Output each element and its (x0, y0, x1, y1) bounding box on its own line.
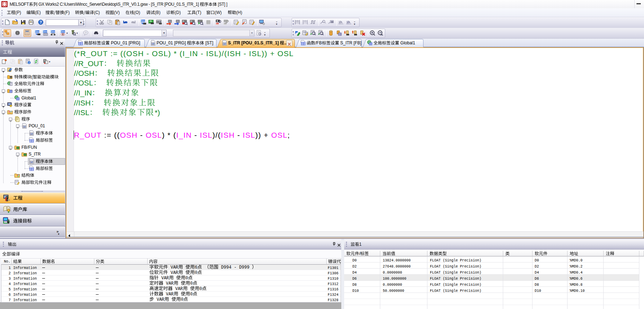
svg-text:Dev: Dev (141, 20, 145, 22)
svg-text:Dev: Dev (223, 23, 227, 25)
svg-text:st: st (223, 43, 225, 45)
svg-text:?: ? (40, 20, 42, 24)
svg-text:st: st (152, 43, 154, 45)
svg-text:st: st (30, 161, 32, 163)
svg-text:Dev: Dev (43, 30, 47, 33)
svg-text:HEX: HEX (157, 21, 161, 23)
svg-text:?: ? (85, 31, 87, 34)
svg-text:st: st (23, 126, 25, 128)
svg-text:st: st (30, 133, 32, 135)
svg-text:Dev: Dev (216, 23, 219, 25)
svg-text:Dev: Dev (61, 30, 65, 33)
svg-text:Dev: Dev (35, 30, 39, 33)
svg-text:Dev: Dev (51, 30, 55, 33)
